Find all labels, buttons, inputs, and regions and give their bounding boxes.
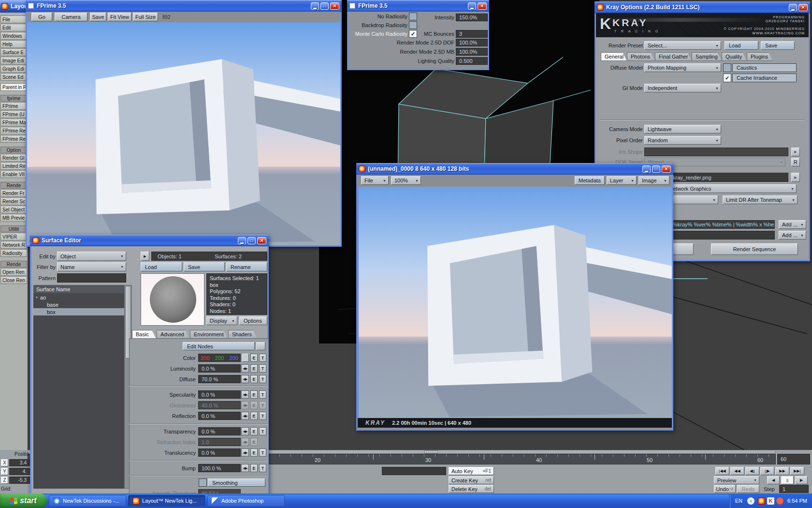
bump-stepper[interactable]: ◀▶ [241, 464, 249, 472]
reflection-stepper[interactable]: ◀▶ [241, 412, 249, 420]
transparency-envelope-button[interactable]: E [250, 427, 258, 435]
edit-nodes-toggle[interactable] [256, 342, 265, 350]
reflection-field[interactable]: 0.0 % [198, 412, 241, 420]
taskbar-item-newtek-discussions[interactable]: e NewTek Discussions -... [49, 495, 126, 507]
sidebar-item-open-render[interactable]: Open Ren [0, 268, 27, 276]
list-item[interactable]: ▼ ao [33, 294, 124, 301]
minimize-button[interactable]: ▂ [311, 2, 319, 10]
no-radiosity-checkbox[interactable] [409, 13, 417, 20]
next-key-button[interactable]: ▶▶ [775, 467, 789, 475]
kray-tab-sampling[interactable]: Sampling [692, 52, 722, 61]
minimize-button[interactable]: ▂ [642, 165, 651, 173]
intensity-field[interactable]: 150.0% [456, 14, 488, 21]
position-z-field[interactable]: -5.3 [9, 477, 30, 484]
diffuse-envelope-button[interactable]: E [250, 375, 258, 383]
delete-key-button[interactable]: Delete Key del [449, 485, 494, 493]
kray-tab-final-gather[interactable]: Final Gather [655, 52, 692, 61]
sidebar-item-fprime-re2[interactable]: FPrime Re [0, 135, 27, 143]
render-sequence-button[interactable]: Render Sequence [711, 243, 798, 255]
tray-app-icon[interactable] [776, 497, 783, 505]
preset-load-button[interactable]: Load [725, 41, 758, 50]
tree-open-icon[interactable]: ▼ [35, 296, 38, 299]
sidebar-item-parent-in-place[interactable]: Parent in P [0, 83, 27, 91]
overlay-add-dropdown-2[interactable]: Add ... ▼ [779, 231, 806, 239]
sidebar-item-network-render[interactable]: Network R [0, 241, 27, 249]
limit-dr-dropdown[interactable]: Limit DR After Tonemap ▼ [723, 195, 798, 204]
axis-y-button[interactable]: Y [1, 468, 8, 475]
monte-carlo-radiosity-checkbox[interactable]: ✓ [409, 30, 417, 38]
sidebar-item-help[interactable]: Help [0, 40, 27, 48]
sidebar-item-radiosity[interactable]: Radiosity [0, 249, 27, 257]
play-reverse-button[interactable]: ◀ [767, 476, 780, 484]
backdrop-radiosity-checkbox[interactable] [409, 21, 417, 29]
language-indicator[interactable]: EN [735, 498, 742, 504]
surface-editor-titlebar[interactable]: Surface Editor ▂ □ ✕ [30, 235, 269, 246]
goto-last-frame-button[interactable]: ▶▶| [790, 467, 804, 475]
diffuse-field[interactable]: 70.0 % [198, 375, 241, 383]
filter-by-dropdown[interactable]: Name ▼ [57, 262, 126, 271]
next-frame-button[interactable]: ||▶ [760, 467, 774, 475]
create-key-button[interactable]: Create Key ret [449, 476, 494, 484]
rename-button[interactable]: Rename [226, 262, 267, 271]
edit-by-dropdown[interactable]: Object ▼ [57, 252, 126, 261]
step-field[interactable]: 1 [779, 485, 809, 493]
sidebar-item-edit[interactable]: Edit [0, 24, 27, 31]
sidebar-item-close-render[interactable]: Close Ren [0, 276, 27, 284]
options-button[interactable]: Options [239, 316, 267, 325]
gi-mode-dropdown[interactable]: Independent ▼ [644, 84, 721, 92]
kray-titlebar[interactable]: Kray Options (2.2 Build 1211 LSC) ▂ ✕ [594, 1, 810, 13]
reflection-texture-button[interactable]: T [259, 412, 266, 420]
bump-field[interactable]: 100.0 % [198, 464, 241, 472]
fit-view-button[interactable]: Fit View [108, 13, 131, 21]
color-rgb-field[interactable]: 200 200 200 [198, 354, 241, 362]
close-button[interactable]: ✕ [330, 2, 339, 10]
timeline-scrub-handle[interactable] [424, 450, 438, 453]
translucency-texture-button[interactable]: T [259, 448, 266, 457]
lighting-quality-field[interactable]: 0.500 [456, 57, 488, 65]
mc-bounces-field[interactable]: 3 [456, 30, 488, 38]
render-viewer-titlebar[interactable]: (unnamed)_0000 8 640 x 480 128 bits ▂ □ … [356, 163, 673, 175]
bump-envelope-button[interactable]: E [250, 464, 258, 472]
sidebar-item-fprime-ma[interactable]: FPrime Ma [0, 119, 27, 126]
diffuse-model-dropdown[interactable]: Photon Mapping ▼ [644, 63, 721, 72]
sidebar-item-render-scene[interactable]: Render Sc [0, 197, 27, 205]
prev-frame-button[interactable]: ◀|| [745, 467, 759, 475]
cache-irradiance-label-field[interactable]: Cache Irradiance [732, 74, 797, 82]
sidebar-item-surface-editor[interactable]: Surface E [0, 48, 27, 56]
bump-texture-button[interactable]: T [259, 464, 266, 472]
maximize-button[interactable]: □ [247, 237, 256, 244]
render-mode-mb-field[interactable]: 100.0% [456, 48, 488, 56]
transparency-field[interactable]: 0.0 % [198, 427, 241, 435]
sidebar-item-fprime-re1[interactable]: FPrime Re [0, 127, 27, 134]
tab-shaders[interactable]: Shaders [228, 330, 257, 339]
luminosity-field[interactable]: 0.0 % [198, 364, 241, 373]
sidebar-item-render-frame[interactable]: Render Fr [0, 189, 27, 197]
taskbar-item-layout[interactable]: Layout™ NewTek Lig... [128, 495, 205, 507]
tray-lightwave-icon[interactable] [758, 497, 765, 505]
diffuse-texture-button[interactable]: T [259, 375, 266, 383]
sidebar-item-enable-viper[interactable]: Enable VII [0, 170, 27, 178]
maximize-button[interactable]: □ [320, 2, 329, 10]
translucency-stepper[interactable]: ◀▶ [241, 448, 249, 457]
color-swatch[interactable] [242, 354, 249, 362]
zoom-dropdown[interactable]: 100% ▼ [391, 176, 421, 185]
caustics-checkbox[interactable] [723, 63, 731, 72]
specularity-envelope-button[interactable]: E [250, 390, 258, 399]
transparency-stepper[interactable]: ◀▶ [241, 427, 249, 435]
close-button[interactable]: ✕ [257, 237, 266, 244]
hide-icons-chevron[interactable]: ‹ [747, 497, 754, 505]
close-button[interactable]: ✕ [798, 4, 808, 11]
sidebar-item-graph-editor[interactable]: Graph Edi [0, 65, 27, 73]
render-preset-dropdown[interactable]: Select... ▼ [644, 41, 721, 50]
load-button[interactable]: Load [141, 262, 182, 271]
cache-irradiance-checkbox[interactable]: ✓ [723, 74, 731, 82]
maximize-button[interactable]: □ [652, 165, 660, 173]
camera-mode-dropdown[interactable]: Lightwave ▼ [644, 125, 721, 134]
translucency-field[interactable]: 0.0 % [198, 448, 241, 457]
color-texture-button[interactable]: T [259, 354, 266, 362]
sidebar-item-mb-preview[interactable]: MB Previe [0, 214, 27, 222]
minimize-button[interactable]: ▂ [789, 4, 797, 11]
smoothing-checkbox[interactable] [199, 478, 207, 487]
overlay-add-dropdown[interactable]: Add ... ▼ [779, 220, 806, 229]
luminosity-texture-button[interactable]: T [259, 364, 266, 373]
